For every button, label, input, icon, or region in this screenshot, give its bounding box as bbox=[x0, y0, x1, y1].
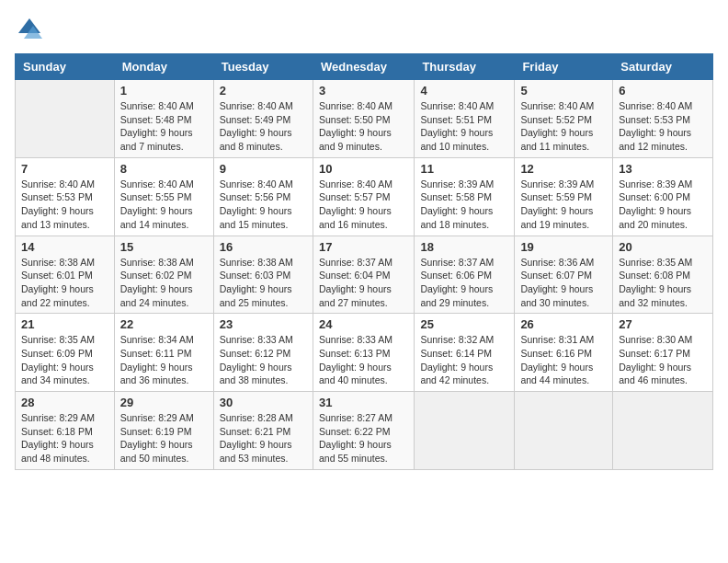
day-info: Sunrise: 8:40 AMSunset: 5:48 PMDaylight:… bbox=[120, 99, 208, 154]
calendar-cell: 16 Sunrise: 8:38 AMSunset: 6:03 PMDaylig… bbox=[213, 236, 313, 314]
day-info: Sunrise: 8:38 AMSunset: 6:01 PMDaylight:… bbox=[21, 256, 108, 310]
day-info: Sunrise: 8:29 AMSunset: 6:19 PMDaylight:… bbox=[120, 411, 208, 465]
day-info: Sunrise: 8:38 AMSunset: 6:02 PMDaylight:… bbox=[120, 256, 208, 310]
day-number: 2 bbox=[220, 84, 307, 98]
day-info: Sunrise: 8:31 AMSunset: 6:16 PMDaylight:… bbox=[520, 333, 607, 387]
day-info: Sunrise: 8:27 AMSunset: 6:22 PMDaylight:… bbox=[319, 411, 408, 465]
calendar-cell: 3 Sunrise: 8:40 AMSunset: 5:50 PMDayligh… bbox=[313, 80, 414, 158]
day-number: 16 bbox=[220, 240, 307, 254]
day-header-friday: Friday bbox=[515, 54, 613, 80]
calendar-cell: 11 Sunrise: 8:39 AMSunset: 5:58 PMDaylig… bbox=[415, 157, 515, 236]
day-info: Sunrise: 8:40 AMSunset: 5:51 PMDaylight:… bbox=[420, 99, 508, 154]
calendar-cell: 1 Sunrise: 8:40 AMSunset: 5:48 PMDayligh… bbox=[114, 80, 213, 158]
calendar-cell: 25 Sunrise: 8:32 AMSunset: 6:14 PMDaylig… bbox=[415, 314, 515, 392]
day-header-thursday: Thursday bbox=[415, 54, 515, 80]
day-info: Sunrise: 8:39 AMSunset: 6:00 PMDaylight:… bbox=[619, 178, 707, 232]
day-number: 27 bbox=[619, 317, 707, 331]
calendar-cell: 8 Sunrise: 8:40 AMSunset: 5:55 PMDayligh… bbox=[114, 157, 213, 236]
day-number: 28 bbox=[21, 396, 108, 409]
day-header-wednesday: Wednesday bbox=[313, 54, 414, 80]
calendar-cell: 10 Sunrise: 8:40 AMSunset: 5:57 PMDaylig… bbox=[313, 157, 414, 236]
calendar-cell: 13 Sunrise: 8:39 AMSunset: 6:00 PMDaylig… bbox=[613, 157, 713, 236]
day-info: Sunrise: 8:40 AMSunset: 5:57 PMDaylight:… bbox=[319, 178, 408, 232]
calendar-cell: 27 Sunrise: 8:30 AMSunset: 6:17 PMDaylig… bbox=[613, 314, 713, 392]
calendar-cell: 28 Sunrise: 8:29 AMSunset: 6:18 PMDaylig… bbox=[16, 392, 115, 470]
day-info: Sunrise: 8:40 AMSunset: 5:52 PMDaylight:… bbox=[520, 99, 607, 154]
day-number: 6 bbox=[619, 84, 707, 98]
day-info: Sunrise: 8:40 AMSunset: 5:50 PMDaylight:… bbox=[319, 99, 408, 154]
calendar-cell: 24 Sunrise: 8:33 AMSunset: 6:13 PMDaylig… bbox=[313, 314, 414, 392]
day-number: 26 bbox=[520, 317, 607, 331]
calendar-cell: 19 Sunrise: 8:36 AMSunset: 6:07 PMDaylig… bbox=[515, 236, 613, 314]
logo-icon bbox=[15, 15, 44, 44]
day-info: Sunrise: 8:40 AMSunset: 5:53 PMDaylight:… bbox=[21, 178, 108, 232]
day-number: 8 bbox=[120, 162, 208, 176]
day-number: 18 bbox=[420, 240, 508, 254]
day-number: 25 bbox=[420, 317, 508, 331]
day-number: 9 bbox=[220, 162, 307, 176]
calendar-cell: 17 Sunrise: 8:37 AMSunset: 6:04 PMDaylig… bbox=[313, 236, 414, 314]
calendar-cell: 20 Sunrise: 8:35 AMSunset: 6:08 PMDaylig… bbox=[613, 236, 713, 314]
day-number: 4 bbox=[420, 84, 508, 98]
day-info: Sunrise: 8:30 AMSunset: 6:17 PMDaylight:… bbox=[619, 333, 707, 387]
calendar-table: SundayMondayTuesdayWednesdayThursdayFrid… bbox=[15, 53, 713, 470]
calendar-cell: 22 Sunrise: 8:34 AMSunset: 6:11 PMDaylig… bbox=[114, 314, 213, 392]
day-info: Sunrise: 8:32 AMSunset: 6:14 PMDaylight:… bbox=[420, 333, 508, 387]
week-row-0: 1 Sunrise: 8:40 AMSunset: 5:48 PMDayligh… bbox=[16, 80, 713, 158]
day-info: Sunrise: 8:36 AMSunset: 6:07 PMDaylight:… bbox=[520, 256, 607, 310]
day-number: 21 bbox=[21, 317, 108, 331]
day-number: 12 bbox=[520, 162, 607, 176]
calendar-cell: 12 Sunrise: 8:39 AMSunset: 5:59 PMDaylig… bbox=[515, 157, 613, 236]
week-row-4: 28 Sunrise: 8:29 AMSunset: 6:18 PMDaylig… bbox=[16, 392, 713, 470]
day-number: 24 bbox=[319, 317, 408, 331]
day-number: 23 bbox=[220, 317, 307, 331]
calendar-cell: 26 Sunrise: 8:31 AMSunset: 6:16 PMDaylig… bbox=[515, 314, 613, 392]
day-info: Sunrise: 8:40 AMSunset: 5:55 PMDaylight:… bbox=[120, 178, 208, 232]
calendar-cell: 21 Sunrise: 8:35 AMSunset: 6:09 PMDaylig… bbox=[16, 314, 115, 392]
day-number: 29 bbox=[120, 396, 208, 409]
day-info: Sunrise: 8:34 AMSunset: 6:11 PMDaylight:… bbox=[120, 333, 208, 387]
day-info: Sunrise: 8:40 AMSunset: 5:53 PMDaylight:… bbox=[619, 99, 707, 154]
day-info: Sunrise: 8:37 AMSunset: 6:06 PMDaylight:… bbox=[420, 256, 508, 310]
page-header bbox=[15, 15, 713, 44]
day-number: 30 bbox=[220, 396, 307, 409]
day-info: Sunrise: 8:40 AMSunset: 5:56 PMDaylight:… bbox=[220, 178, 307, 232]
calendar-cell: 9 Sunrise: 8:40 AMSunset: 5:56 PMDayligh… bbox=[213, 157, 313, 236]
calendar-cell bbox=[613, 392, 713, 470]
calendar-cell: 31 Sunrise: 8:27 AMSunset: 6:22 PMDaylig… bbox=[313, 392, 414, 470]
day-header-sunday: Sunday bbox=[16, 54, 115, 80]
calendar-cell: 7 Sunrise: 8:40 AMSunset: 5:53 PMDayligh… bbox=[16, 157, 115, 236]
day-info: Sunrise: 8:37 AMSunset: 6:04 PMDaylight:… bbox=[319, 256, 408, 310]
day-number: 20 bbox=[619, 240, 707, 254]
calendar-cell: 2 Sunrise: 8:40 AMSunset: 5:49 PMDayligh… bbox=[213, 80, 313, 158]
day-number: 7 bbox=[21, 162, 108, 176]
day-info: Sunrise: 8:35 AMSunset: 6:09 PMDaylight:… bbox=[21, 333, 108, 387]
calendar-cell: 18 Sunrise: 8:37 AMSunset: 6:06 PMDaylig… bbox=[415, 236, 515, 314]
calendar-cell: 14 Sunrise: 8:38 AMSunset: 6:01 PMDaylig… bbox=[16, 236, 115, 314]
day-number: 19 bbox=[520, 240, 607, 254]
day-info: Sunrise: 8:33 AMSunset: 6:12 PMDaylight:… bbox=[220, 333, 307, 387]
week-row-3: 21 Sunrise: 8:35 AMSunset: 6:09 PMDaylig… bbox=[16, 314, 713, 392]
day-info: Sunrise: 8:29 AMSunset: 6:18 PMDaylight:… bbox=[21, 411, 108, 465]
day-header-tuesday: Tuesday bbox=[213, 54, 313, 80]
week-row-2: 14 Sunrise: 8:38 AMSunset: 6:01 PMDaylig… bbox=[16, 236, 713, 314]
day-number: 14 bbox=[21, 240, 108, 254]
logo bbox=[15, 15, 48, 44]
day-number: 11 bbox=[420, 162, 508, 176]
day-info: Sunrise: 8:33 AMSunset: 6:13 PMDaylight:… bbox=[319, 333, 408, 387]
day-info: Sunrise: 8:28 AMSunset: 6:21 PMDaylight:… bbox=[220, 411, 307, 465]
day-info: Sunrise: 8:40 AMSunset: 5:49 PMDaylight:… bbox=[220, 99, 307, 154]
day-info: Sunrise: 8:39 AMSunset: 5:58 PMDaylight:… bbox=[420, 178, 508, 232]
calendar-cell: 30 Sunrise: 8:28 AMSunset: 6:21 PMDaylig… bbox=[213, 392, 313, 470]
calendar-cell: 23 Sunrise: 8:33 AMSunset: 6:12 PMDaylig… bbox=[213, 314, 313, 392]
calendar-body: 1 Sunrise: 8:40 AMSunset: 5:48 PMDayligh… bbox=[16, 80, 713, 470]
calendar-header-row: SundayMondayTuesdayWednesdayThursdayFrid… bbox=[16, 54, 713, 80]
calendar-cell: 4 Sunrise: 8:40 AMSunset: 5:51 PMDayligh… bbox=[415, 80, 515, 158]
day-number: 5 bbox=[520, 84, 607, 98]
calendar-cell: 29 Sunrise: 8:29 AMSunset: 6:19 PMDaylig… bbox=[114, 392, 213, 470]
day-number: 31 bbox=[319, 396, 408, 409]
day-number: 22 bbox=[120, 317, 208, 331]
calendar-cell bbox=[16, 80, 115, 158]
day-info: Sunrise: 8:39 AMSunset: 5:59 PMDaylight:… bbox=[520, 178, 607, 232]
svg-marker-0 bbox=[18, 18, 40, 33]
